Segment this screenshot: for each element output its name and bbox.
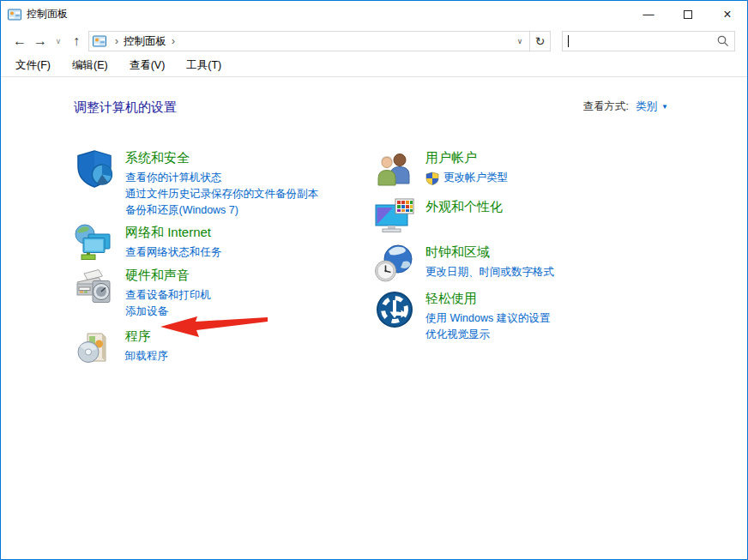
forward-button[interactable]: → <box>30 31 51 51</box>
chevron-down-icon: ▼ <box>661 103 668 111</box>
network-globe-monitors-icon[interactable] <box>74 223 115 264</box>
category-ease-of-access: 轻松使用 使用 Windows 建议的设置 优化视觉显示 <box>374 289 668 343</box>
control-panel-window: 控制面板 — × ← → ∨ ↑ › 控制面板 › ∨ ↻ <box>0 0 748 560</box>
search-box[interactable] <box>562 31 735 51</box>
link-file-history[interactable]: 通过文件历史记录保存你的文件备份副本 <box>125 186 318 202</box>
breadcrumb-separator-icon[interactable]: › <box>166 35 180 47</box>
main-content: 调整计算机的设置 查看方式: 类别 ▼ <box>1 77 747 560</box>
category-title-clock-region[interactable]: 时钟和区域 <box>425 244 490 261</box>
category-title-hardware[interactable]: 硬件和声音 <box>125 267 190 284</box>
window-title: 控制面板 <box>27 7 68 21</box>
address-dropdown-button[interactable]: ∨ <box>510 32 529 51</box>
menu-view[interactable]: 查看(V) <box>125 57 170 75</box>
view-by-dropdown[interactable]: 类别 ▼ <box>636 99 668 114</box>
category-user-accounts: 用户帐户 更改帐户类型 <box>374 148 668 190</box>
breadcrumb-separator-icon[interactable]: › <box>110 35 124 47</box>
category-programs: 程序 卸载程序 <box>74 327 374 368</box>
monitor-palette-icon[interactable] <box>374 197 415 238</box>
category-title-appearance[interactable]: 外观和个性化 <box>425 198 503 215</box>
link-devices-printers[interactable]: 查看设备和打印机 <box>125 287 211 304</box>
up-button[interactable]: ↑ <box>66 31 87 51</box>
link-label: 更改帐户类型 <box>443 170 508 186</box>
link-backup-restore[interactable]: 备份和还原(Windows 7) <box>125 202 238 219</box>
link-uninstall-program[interactable]: 卸载程序 <box>125 348 168 364</box>
shield-security-icon[interactable] <box>74 148 115 190</box>
back-icon: ← <box>13 33 27 49</box>
link-change-account-type[interactable]: 更改帐户类型 <box>425 170 508 186</box>
minimize-icon: — <box>643 8 654 21</box>
refresh-icon: ↻ <box>535 34 546 48</box>
control-panel-app-icon <box>8 8 21 21</box>
view-by-value: 类别 <box>636 99 657 114</box>
category-appearance: 外观和个性化 <box>374 197 668 238</box>
link-optimize-visual-display[interactable]: 优化视觉显示 <box>425 327 490 343</box>
category-network-internet: 网络和 Internet 查看网络状态和任务 <box>74 223 374 264</box>
page-title: 调整计算机的设置 <box>74 99 177 116</box>
chevron-down-icon: ∨ <box>517 37 523 45</box>
minimize-button[interactable]: — <box>629 1 668 27</box>
uac-shield-icon <box>425 172 439 185</box>
category-clock-region: 时钟和区域 更改日期、时间或数字格式 <box>374 243 668 284</box>
back-button[interactable]: ← <box>9 31 30 51</box>
view-by-label: 查看方式: <box>583 99 629 114</box>
search-icon[interactable] <box>717 35 729 47</box>
globe-clock-icon[interactable] <box>374 243 415 284</box>
breadcrumb-location[interactable]: 控制面板 <box>124 34 166 49</box>
menu-tools[interactable]: 工具(T) <box>182 57 226 75</box>
maximize-icon <box>684 10 692 19</box>
category-system-security: 系统和安全 查看你的计算机状态 通过文件历史记录保存你的文件备份副本 备份和还原… <box>74 148 374 219</box>
navigation-bar: ← → ∨ ↑ › 控制面板 › ∨ ↻ <box>1 27 747 55</box>
menu-edit[interactable]: 编辑(E) <box>68 57 112 75</box>
chevron-down-icon: ∨ <box>56 37 62 45</box>
link-suggested-settings[interactable]: 使用 Windows 建议的设置 <box>425 310 550 327</box>
printer-hardware-icon[interactable] <box>74 266 115 307</box>
forward-icon: → <box>33 33 47 49</box>
category-hardware-sound: 硬件和声音 查看设备和打印机 添加设备 <box>74 266 374 320</box>
link-add-device[interactable]: 添加设备 <box>125 304 168 320</box>
up-icon: ↑ <box>73 33 80 49</box>
control-panel-location-icon[interactable] <box>93 34 106 48</box>
maximize-button[interactable] <box>668 1 708 27</box>
close-icon: × <box>723 7 731 22</box>
ease-of-access-icon[interactable] <box>374 289 415 330</box>
refresh-button[interactable]: ↻ <box>529 32 550 51</box>
category-title-user-accounts[interactable]: 用户帐户 <box>425 149 477 166</box>
category-title-ease-of-access[interactable]: 轻松使用 <box>425 290 477 307</box>
menu-file[interactable]: 文件(F) <box>11 57 55 75</box>
category-title-system-security[interactable]: 系统和安全 <box>125 149 190 166</box>
link-security-status[interactable]: 查看你的计算机状态 <box>125 170 222 186</box>
category-title-programs[interactable]: 程序 <box>125 328 151 345</box>
history-dropdown-button[interactable]: ∨ <box>51 31 66 51</box>
link-network-status[interactable]: 查看网络状态和任务 <box>125 244 222 261</box>
window-controls: — × <box>629 1 747 27</box>
link-change-date-time[interactable]: 更改日期、时间或数字格式 <box>425 264 554 280</box>
address-bar[interactable]: › 控制面板 › ∨ ↻ <box>88 31 551 51</box>
search-input[interactable] <box>569 35 717 47</box>
close-button[interactable]: × <box>708 1 747 27</box>
two-users-icon[interactable] <box>374 148 415 190</box>
menu-bar: 文件(F) 编辑(E) 查看(V) 工具(T) <box>1 55 747 77</box>
category-title-network[interactable]: 网络和 Internet <box>125 224 211 241</box>
program-box-cd-icon[interactable] <box>74 327 115 368</box>
title-bar: 控制面板 — × <box>1 1 747 27</box>
